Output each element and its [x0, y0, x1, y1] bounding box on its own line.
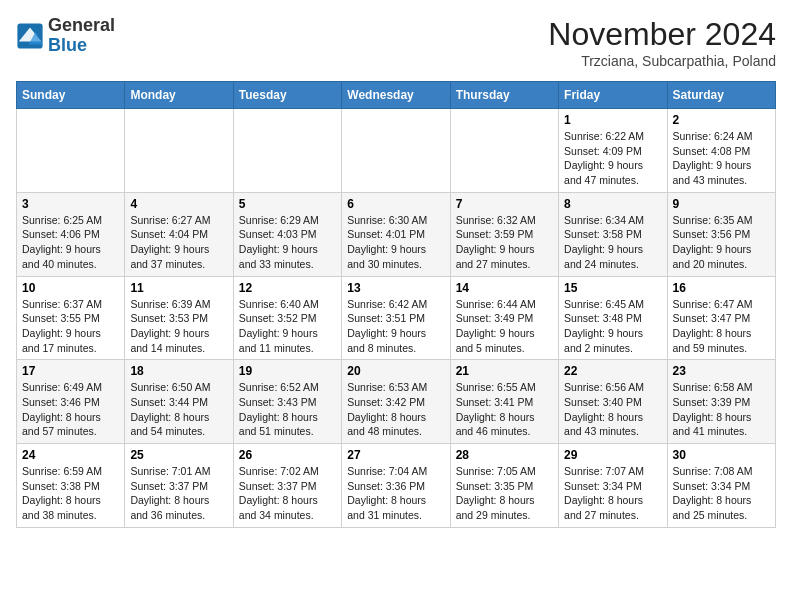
day-info: Sunrise: 6:30 AM Sunset: 4:01 PM Dayligh…	[347, 213, 444, 272]
day-number: 23	[673, 364, 770, 378]
day-number: 2	[673, 113, 770, 127]
calendar-cell: 15Sunrise: 6:45 AM Sunset: 3:48 PM Dayli…	[559, 276, 667, 360]
calendar-cell: 28Sunrise: 7:05 AM Sunset: 3:35 PM Dayli…	[450, 444, 558, 528]
calendar-cell: 1Sunrise: 6:22 AM Sunset: 4:09 PM Daylig…	[559, 109, 667, 193]
day-info: Sunrise: 6:44 AM Sunset: 3:49 PM Dayligh…	[456, 297, 553, 356]
day-number: 29	[564, 448, 661, 462]
day-info: Sunrise: 6:39 AM Sunset: 3:53 PM Dayligh…	[130, 297, 227, 356]
day-number: 30	[673, 448, 770, 462]
day-number: 17	[22, 364, 119, 378]
calendar-week-3: 10Sunrise: 6:37 AM Sunset: 3:55 PM Dayli…	[17, 276, 776, 360]
day-number: 26	[239, 448, 336, 462]
day-info: Sunrise: 6:55 AM Sunset: 3:41 PM Dayligh…	[456, 380, 553, 439]
calendar-cell: 6Sunrise: 6:30 AM Sunset: 4:01 PM Daylig…	[342, 192, 450, 276]
calendar-week-1: 1Sunrise: 6:22 AM Sunset: 4:09 PM Daylig…	[17, 109, 776, 193]
day-info: Sunrise: 7:08 AM Sunset: 3:34 PM Dayligh…	[673, 464, 770, 523]
day-number: 21	[456, 364, 553, 378]
day-number: 3	[22, 197, 119, 211]
calendar-cell	[342, 109, 450, 193]
calendar-cell: 10Sunrise: 6:37 AM Sunset: 3:55 PM Dayli…	[17, 276, 125, 360]
calendar-cell: 5Sunrise: 6:29 AM Sunset: 4:03 PM Daylig…	[233, 192, 341, 276]
calendar-cell: 3Sunrise: 6:25 AM Sunset: 4:06 PM Daylig…	[17, 192, 125, 276]
day-info: Sunrise: 6:56 AM Sunset: 3:40 PM Dayligh…	[564, 380, 661, 439]
day-info: Sunrise: 6:29 AM Sunset: 4:03 PM Dayligh…	[239, 213, 336, 272]
day-info: Sunrise: 6:59 AM Sunset: 3:38 PM Dayligh…	[22, 464, 119, 523]
calendar-cell	[233, 109, 341, 193]
day-number: 9	[673, 197, 770, 211]
day-number: 19	[239, 364, 336, 378]
calendar-cell: 2Sunrise: 6:24 AM Sunset: 4:08 PM Daylig…	[667, 109, 775, 193]
day-info: Sunrise: 6:22 AM Sunset: 4:09 PM Dayligh…	[564, 129, 661, 188]
day-info: Sunrise: 7:05 AM Sunset: 3:35 PM Dayligh…	[456, 464, 553, 523]
day-info: Sunrise: 6:52 AM Sunset: 3:43 PM Dayligh…	[239, 380, 336, 439]
calendar-cell: 23Sunrise: 6:58 AM Sunset: 3:39 PM Dayli…	[667, 360, 775, 444]
day-number: 1	[564, 113, 661, 127]
calendar-week-5: 24Sunrise: 6:59 AM Sunset: 3:38 PM Dayli…	[17, 444, 776, 528]
logo-general-text: General	[48, 15, 115, 35]
weekday-header-thursday: Thursday	[450, 82, 558, 109]
calendar-cell: 9Sunrise: 6:35 AM Sunset: 3:56 PM Daylig…	[667, 192, 775, 276]
day-number: 15	[564, 281, 661, 295]
day-info: Sunrise: 7:07 AM Sunset: 3:34 PM Dayligh…	[564, 464, 661, 523]
day-number: 14	[456, 281, 553, 295]
day-info: Sunrise: 6:35 AM Sunset: 3:56 PM Dayligh…	[673, 213, 770, 272]
calendar-cell: 19Sunrise: 6:52 AM Sunset: 3:43 PM Dayli…	[233, 360, 341, 444]
day-info: Sunrise: 6:40 AM Sunset: 3:52 PM Dayligh…	[239, 297, 336, 356]
weekday-header-wednesday: Wednesday	[342, 82, 450, 109]
calendar-cell: 11Sunrise: 6:39 AM Sunset: 3:53 PM Dayli…	[125, 276, 233, 360]
calendar-cell: 8Sunrise: 6:34 AM Sunset: 3:58 PM Daylig…	[559, 192, 667, 276]
day-info: Sunrise: 6:32 AM Sunset: 3:59 PM Dayligh…	[456, 213, 553, 272]
weekday-header-row: SundayMondayTuesdayWednesdayThursdayFrid…	[17, 82, 776, 109]
day-number: 6	[347, 197, 444, 211]
weekday-header-monday: Monday	[125, 82, 233, 109]
month-title: November 2024	[548, 16, 776, 53]
calendar-cell: 16Sunrise: 6:47 AM Sunset: 3:47 PM Dayli…	[667, 276, 775, 360]
calendar-week-4: 17Sunrise: 6:49 AM Sunset: 3:46 PM Dayli…	[17, 360, 776, 444]
day-number: 8	[564, 197, 661, 211]
weekday-header-saturday: Saturday	[667, 82, 775, 109]
day-number: 25	[130, 448, 227, 462]
weekday-header-tuesday: Tuesday	[233, 82, 341, 109]
calendar-cell: 27Sunrise: 7:04 AM Sunset: 3:36 PM Dayli…	[342, 444, 450, 528]
day-info: Sunrise: 6:37 AM Sunset: 3:55 PM Dayligh…	[22, 297, 119, 356]
day-number: 4	[130, 197, 227, 211]
day-info: Sunrise: 6:53 AM Sunset: 3:42 PM Dayligh…	[347, 380, 444, 439]
calendar-header: SundayMondayTuesdayWednesdayThursdayFrid…	[17, 82, 776, 109]
day-info: Sunrise: 6:42 AM Sunset: 3:51 PM Dayligh…	[347, 297, 444, 356]
day-info: Sunrise: 6:27 AM Sunset: 4:04 PM Dayligh…	[130, 213, 227, 272]
day-info: Sunrise: 7:02 AM Sunset: 3:37 PM Dayligh…	[239, 464, 336, 523]
day-number: 11	[130, 281, 227, 295]
calendar-table: SundayMondayTuesdayWednesdayThursdayFrid…	[16, 81, 776, 528]
day-number: 12	[239, 281, 336, 295]
logo-blue-text: Blue	[48, 35, 87, 55]
calendar-cell: 13Sunrise: 6:42 AM Sunset: 3:51 PM Dayli…	[342, 276, 450, 360]
day-number: 7	[456, 197, 553, 211]
day-info: Sunrise: 7:04 AM Sunset: 3:36 PM Dayligh…	[347, 464, 444, 523]
calendar-cell: 14Sunrise: 6:44 AM Sunset: 3:49 PM Dayli…	[450, 276, 558, 360]
day-info: Sunrise: 6:24 AM Sunset: 4:08 PM Dayligh…	[673, 129, 770, 188]
calendar-cell: 18Sunrise: 6:50 AM Sunset: 3:44 PM Dayli…	[125, 360, 233, 444]
logo-icon	[16, 22, 44, 50]
weekday-header-sunday: Sunday	[17, 82, 125, 109]
day-info: Sunrise: 6:25 AM Sunset: 4:06 PM Dayligh…	[22, 213, 119, 272]
calendar-cell: 21Sunrise: 6:55 AM Sunset: 3:41 PM Dayli…	[450, 360, 558, 444]
location: Trzciana, Subcarpathia, Poland	[548, 53, 776, 69]
calendar-cell: 25Sunrise: 7:01 AM Sunset: 3:37 PM Dayli…	[125, 444, 233, 528]
day-info: Sunrise: 6:45 AM Sunset: 3:48 PM Dayligh…	[564, 297, 661, 356]
calendar-cell: 12Sunrise: 6:40 AM Sunset: 3:52 PM Dayli…	[233, 276, 341, 360]
calendar-cell	[17, 109, 125, 193]
calendar-cell: 26Sunrise: 7:02 AM Sunset: 3:37 PM Dayli…	[233, 444, 341, 528]
page-header: General Blue November 2024 Trzciana, Sub…	[16, 16, 776, 69]
day-number: 27	[347, 448, 444, 462]
day-number: 20	[347, 364, 444, 378]
calendar-cell: 4Sunrise: 6:27 AM Sunset: 4:04 PM Daylig…	[125, 192, 233, 276]
calendar-cell: 30Sunrise: 7:08 AM Sunset: 3:34 PM Dayli…	[667, 444, 775, 528]
day-number: 22	[564, 364, 661, 378]
day-info: Sunrise: 6:58 AM Sunset: 3:39 PM Dayligh…	[673, 380, 770, 439]
calendar-week-2: 3Sunrise: 6:25 AM Sunset: 4:06 PM Daylig…	[17, 192, 776, 276]
day-number: 10	[22, 281, 119, 295]
calendar-cell: 29Sunrise: 7:07 AM Sunset: 3:34 PM Dayli…	[559, 444, 667, 528]
day-info: Sunrise: 6:34 AM Sunset: 3:58 PM Dayligh…	[564, 213, 661, 272]
calendar-cell	[450, 109, 558, 193]
calendar-cell: 17Sunrise: 6:49 AM Sunset: 3:46 PM Dayli…	[17, 360, 125, 444]
